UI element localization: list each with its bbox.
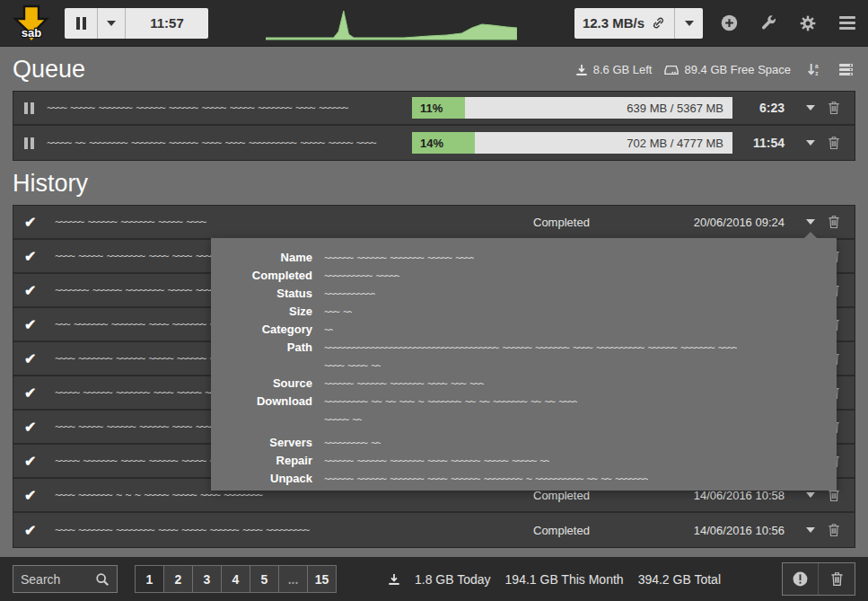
detail-label: Category [211,321,312,339]
history-item-dropdown[interactable] [799,527,822,533]
download-icon [388,573,400,586]
completed-check-icon: ✔ [24,487,42,504]
detail-label: Servers [211,434,312,452]
speed-graph [208,0,574,47]
search-icon [95,572,110,587]
svg-text:a: a [814,63,818,69]
queue-row[interactable]: ~~~~ ~~~~~ ~~~~~~~ ~~~~~~ ~~~~~~ ~~~~~ ~… [13,92,855,126]
queue-meta: 8.6 GB Left 89.4 GB Free Space a z [575,60,855,80]
history-item-delete-button[interactable] [822,215,846,229]
pause-button[interactable] [65,8,98,39]
history-info-button[interactable] [783,563,819,595]
detail-value-redacted: ~~~~~~~~~~ ~~~~~ [324,267,399,285]
settings-button[interactable] [798,13,818,33]
page-button-5[interactable]: 5 [250,565,279,593]
chevron-down-icon [806,527,815,533]
speed-button[interactable]: 12.3 MB/s [574,8,675,39]
add-nzb-button[interactable] [719,13,739,33]
completed-check-icon: ✔ [24,214,42,231]
pause-item-icon[interactable] [24,102,34,114]
page-button-4[interactable]: 4 [221,565,250,593]
speed-graph-poly [266,11,517,40]
svg-text:sab: sab [22,26,41,40]
page-button-3[interactable]: 3 [192,565,222,593]
stat-total: 394.2 GB Total [638,572,721,587]
page-button-2[interactable]: 2 [163,565,193,593]
search-box[interactable] [13,565,118,593]
alert-circle-icon [792,570,809,588]
chevron-down-icon [806,140,815,146]
completed-check-icon: ✔ [24,248,42,265]
hard-drive-icon [664,64,679,76]
queue-item-delete-button[interactable] [822,101,846,115]
hamburger-icon [839,16,855,30]
history-row[interactable]: ✔~~~~ ~~~~~~~ ~~~~~~~~ ~~~~ ~~~~~ ~~~~~~… [13,513,855,547]
trash-icon [828,101,840,115]
queue-item-dropdown[interactable] [799,105,822,110]
detail-value-redacted: ~~~ ~~ [324,303,352,321]
sab-logo[interactable]: sab [11,4,52,43]
sab-logo-icon: sab [13,4,50,42]
history-title: History [13,170,88,198]
pause-timer-button[interactable]: 11:57 [126,8,208,39]
history-clear-button[interactable] [819,563,855,595]
pause-timer-group: 11:57 [65,8,208,39]
queue-remaining: 8.6 GB Left [575,63,653,76]
detail-value-redacted: ~~~~~~ ~~~~~~ ~~~~~~~ ~~~~ ~~~ ~~~ [324,375,484,393]
pagination: 1 2 3 4 5 ... 15 [136,565,337,593]
top-icon-bar [719,13,857,33]
queue-list: ~~~~ ~~~~~ ~~~~~~~ ~~~~~~ ~~~~~~ ~~~~~ ~… [13,91,855,161]
detail-value-redacted: ~~~~~~~~~ ~~ [324,434,381,452]
chevron-down-icon [107,21,116,26]
detail-value-redacted: ~~~~~~~~~ ~~ ~~ ~~~ ~ ~~~~~~~ ~~ ~~ ~~~~… [324,393,577,411]
history-header: History [0,161,868,205]
completed-check-icon: ✔ [24,419,42,436]
queue-item-eta: 6:23 [732,101,785,115]
download-icon [575,64,588,76]
footer-stats: 1.8 GB Today 194.1 GB This Month 394.2 G… [388,572,721,587]
speed-dropdown-button[interactable] [675,8,703,39]
menu-button[interactable] [837,13,857,33]
queue-header: Queue 8.6 GB Left 89.4 GB Free Space [0,47,868,91]
detail-value-redacted: ~~~~~~~~~~~ [324,285,375,303]
queue-item-dropdown[interactable] [799,140,822,146]
queue-sort-button[interactable]: a z [803,60,823,80]
completed-check-icon: ✔ [24,350,42,367]
queue-row[interactable]: ~~~~~ ~~ ~~~~~~~~ ~~~~~~~ ~~~~~~ ~~~~ ~~… [13,126,855,160]
pause-item-icon[interactable] [24,137,34,149]
speed-graph-chart [266,6,517,40]
queue-remaining-text: 8.6 GB Left [593,63,653,76]
queue-item-name-redacted: ~~~~~ ~~ ~~~~~~~~ ~~~~~~~ ~~~~~~ ~~~~ ~~… [47,137,405,149]
detail-label: Unpack [211,470,312,488]
pause-icon [76,17,86,30]
progress-percent: 14% [412,132,475,154]
completed-check-icon: ✔ [24,384,42,402]
plus-circle-icon [720,13,739,32]
trash-icon [828,523,840,537]
speed-limit-link-icon [651,15,666,31]
search-input[interactable] [21,572,95,587]
wrench-button[interactable] [758,13,778,33]
sort-icon: a z [806,62,821,77]
page-button-15[interactable]: 15 [307,565,337,593]
detail-value-redacted: ~~ [324,321,333,339]
history-detail-panel: Name~~~~~~ ~~~~~~ ~~~~~~~ ~~~~~ ~~~~ Com… [211,238,837,491]
history-item-status: Completed [533,524,668,537]
completed-check-icon: ✔ [24,453,42,470]
history-item-dropdown[interactable] [799,492,822,498]
chevron-down-icon [806,492,815,498]
detail-label: Source [211,375,312,393]
queue-view-button[interactable] [836,60,855,80]
pause-dropdown-button[interactable] [98,8,126,39]
list-icon [838,63,854,76]
page-button-1[interactable]: 1 [135,565,164,593]
history-row[interactable]: ✔~~~~~~ ~~~~~~ ~~~~~~~ ~~~~~ ~~~~Complet… [13,206,855,240]
history-item-name-redacted: ~~~~ ~~~~~~~ ~~~~~~~~ ~~~~ ~~~~~ ~~~~~~ … [55,524,533,536]
history-item-delete-button[interactable] [822,523,846,537]
detail-label: Name [211,249,312,267]
timer-value: 11:57 [150,15,184,31]
page-button-ellipsis[interactable]: ... [278,565,308,593]
history-item-dropdown[interactable] [799,219,822,225]
queue-free-space-text: 89.4 GB Free Space [684,63,791,76]
queue-item-delete-button[interactable] [822,136,846,150]
